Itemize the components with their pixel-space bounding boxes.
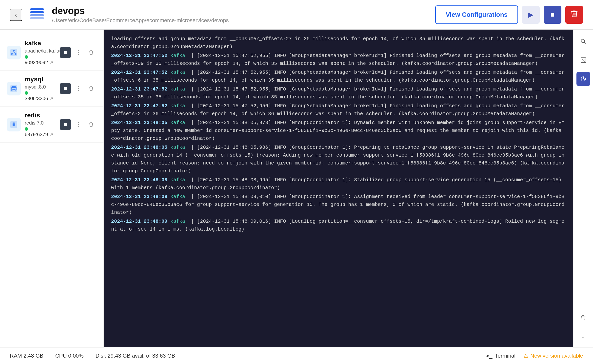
svg-point-11	[11, 86, 16, 88]
redis-port: 6379:6379 ↗	[25, 132, 56, 137]
statusbar-right: >_ Terminal ⚠ New version available	[486, 353, 583, 359]
log-line: 2024-12-31 23:47:52 kafka | [2024-12-31 …	[104, 102, 573, 118]
svg-rect-1	[30, 11, 44, 13]
main-content: kafka apache/kafka:latest 9092:9092 ↗ ■ …	[0, 30, 593, 347]
header: ‹ devops /Users/eric/CodeBase/EcommerceA…	[0, 0, 593, 30]
redis-actions: ■ ⋮	[60, 119, 97, 130]
app-title: devops	[52, 6, 429, 16]
delete-button[interactable]	[565, 6, 583, 24]
svg-rect-0	[30, 8, 44, 10]
kafka-port: 9092:9092 ↗	[25, 60, 56, 65]
kafka-more-button[interactable]: ⋮	[73, 47, 84, 58]
redis-ext-link-icon[interactable]: ↗	[50, 132, 53, 137]
kafka-actions: ■ ⋮	[60, 47, 97, 58]
mysql-port: 3306:3306 ↗	[25, 96, 56, 101]
trash-toolbar-button[interactable]	[576, 311, 590, 325]
redis-image: redis:7.0	[25, 120, 56, 126]
kafka-image: apache/kafka:latest	[25, 48, 56, 54]
stop-icon: ■	[551, 11, 555, 19]
kafka-icon	[7, 46, 21, 59]
app-logo	[28, 6, 46, 24]
right-toolbar: ↓	[573, 30, 593, 347]
redis-status-dot	[25, 127, 28, 131]
mysql-info: mysql mysql:8.0 3306:3306 ↗	[25, 75, 56, 101]
log-line: 2024-12-31 23:48:09 kafka | [2024-12-31 …	[104, 192, 573, 217]
svg-rect-3	[30, 17, 44, 19]
disk-stat: Disk 29.43 GB avail. of 33.63 GB	[96, 353, 175, 359]
log-line: 2024-12-31 23:47:52 kafka | [2024-12-31 …	[104, 85, 573, 102]
search-toolbar-button[interactable]	[576, 35, 590, 48]
cpu-stat: CPU 0.00%	[55, 353, 84, 359]
ram-stat: RAM 2.48 GB	[10, 353, 43, 359]
play-button[interactable]: ▶	[522, 6, 540, 24]
app-path: /Users/eric/CodeBase/EcommerceApp/ecomme…	[52, 17, 429, 24]
log-line: 2024-12-31 23:48:05 kafka | [2024-12-31 …	[104, 118, 573, 143]
redis-delete-button[interactable]	[86, 119, 97, 130]
new-version-badge[interactable]: ⚠ New version available	[523, 353, 583, 359]
services-sidebar: kafka apache/kafka:latest 9092:9092 ↗ ■ …	[0, 30, 104, 347]
back-button[interactable]: ‹	[10, 9, 22, 21]
mysql-actions: ■ ⋮	[60, 83, 97, 94]
service-item-redis: redis redis:7.0 6379:6379 ↗ ■ ⋮	[0, 107, 103, 143]
mysql-status-dot	[25, 91, 28, 95]
mysql-more-button[interactable]: ⋮	[73, 83, 84, 94]
log-line: loading offsets and group metadata from …	[104, 35, 573, 51]
kafka-stop-button[interactable]: ■	[60, 47, 71, 58]
log-panel[interactable]: loading offsets and group metadata from …	[104, 30, 573, 347]
redis-stop-button[interactable]: ■	[60, 119, 71, 130]
log-line: 2024-12-31 23:48:09 kafka | [2024-12-31 …	[104, 217, 573, 234]
log-line: 2024-12-31 23:47:52 kafka | [2024-12-31 …	[104, 51, 573, 68]
scroll-down-indicator: ↓	[579, 329, 588, 342]
svg-rect-2	[30, 14, 44, 16]
play-icon: ▶	[528, 11, 534, 19]
header-actions: View Configurations ▶ ■	[435, 5, 583, 24]
mysql-delete-button[interactable]	[86, 83, 97, 94]
kafka-name: kafka	[25, 39, 56, 47]
redis-icon	[7, 118, 21, 131]
mysql-image: mysql:8.0	[25, 84, 56, 90]
expand-toolbar-button[interactable]	[576, 53, 590, 67]
redis-info: redis redis:7.0 6379:6379 ↗	[25, 111, 56, 137]
redis-name: redis	[25, 111, 56, 119]
kafka-status-dot	[25, 55, 28, 59]
kafka-ext-link-icon[interactable]: ↗	[50, 60, 53, 65]
log-line: 2024-12-31 23:48:05 kafka | [2024-12-31 …	[104, 143, 573, 176]
log-line: 2024-12-31 23:48:08 kafka | [2024-12-31 …	[104, 176, 573, 192]
trash-icon	[570, 9, 579, 20]
svg-point-5	[13, 50, 15, 51]
stop-button[interactable]: ■	[544, 6, 561, 24]
mysql-stop-button[interactable]: ■	[60, 83, 71, 94]
new-version-icon: ⚠	[523, 353, 528, 359]
service-item-mysql: mysql mysql:8.0 3306:3306 ↗ ■ ⋮	[0, 71, 103, 107]
mysql-name: mysql	[25, 75, 56, 83]
kafka-info: kafka apache/kafka:latest 9092:9092 ↗	[25, 39, 56, 65]
new-version-label: New version available	[530, 353, 583, 359]
terminal-icon: >_	[486, 353, 493, 359]
terminal-button[interactable]: >_ Terminal	[486, 353, 515, 359]
header-title-block: devops /Users/eric/CodeBase/EcommerceApp…	[52, 6, 429, 24]
redis-more-button[interactable]: ⋮	[73, 119, 84, 130]
statusbar: RAM 2.48 GB CPU 0.00% Disk 29.43 GB avai…	[0, 347, 593, 364]
log-line: 2024-12-31 23:47:52 kafka | [2024-12-31 …	[104, 68, 573, 85]
view-configurations-button[interactable]: View Configurations	[435, 5, 518, 24]
svg-rect-14	[581, 58, 586, 63]
service-item-kafka: kafka apache/kafka:latest 9092:9092 ↗ ■ …	[0, 35, 103, 71]
terminal-label: Terminal	[495, 353, 515, 359]
mysql-ext-link-icon[interactable]: ↗	[50, 96, 53, 101]
kafka-delete-button[interactable]	[86, 47, 97, 58]
mysql-icon	[7, 82, 21, 95]
clock-toolbar-button[interactable]	[576, 72, 590, 86]
